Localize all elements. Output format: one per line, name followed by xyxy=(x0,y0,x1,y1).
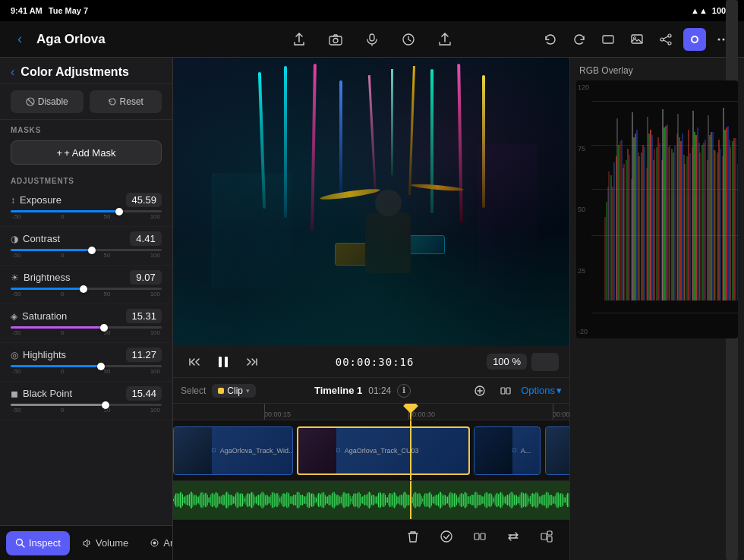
add-mask-button[interactable]: + + Add Mask xyxy=(11,140,162,165)
video-clip-2[interactable]: □ AgaOrlova_Track_CU03 xyxy=(297,426,470,475)
swap-button[interactable] xyxy=(503,526,524,547)
svg-rect-256 xyxy=(429,492,430,508)
highlights-slider[interactable] xyxy=(11,365,162,367)
blackpoint-value[interactable]: 15.44 xyxy=(126,386,162,401)
video-clip-3[interactable]: □ A... xyxy=(474,426,541,475)
track-playhead xyxy=(410,420,411,480)
svg-rect-209 xyxy=(376,496,377,503)
active-tool-icon[interactable] xyxy=(683,28,706,51)
rewind-button[interactable] xyxy=(184,351,205,373)
zoom-level-display[interactable]: 100 % xyxy=(487,354,527,370)
volume-tab[interactable]: Volume xyxy=(73,531,137,555)
svg-rect-318 xyxy=(500,493,500,508)
saturation-value[interactable]: 15.31 xyxy=(126,309,162,323)
svg-rect-227 xyxy=(396,496,397,505)
contrast-slider[interactable] xyxy=(11,249,162,251)
redo-icon[interactable] xyxy=(568,28,591,51)
svg-rect-176 xyxy=(339,496,339,505)
trash-button[interactable] xyxy=(402,526,424,547)
ruler-mark-1: 00:00:15 xyxy=(264,411,291,418)
reset-button[interactable]: Reset xyxy=(90,90,162,113)
contrast-value[interactable]: 4.41 xyxy=(130,231,162,246)
timeline-options: Options ▾ xyxy=(469,380,562,401)
svg-rect-263 xyxy=(437,495,438,505)
svg-rect-305 xyxy=(484,493,485,506)
options-button[interactable]: Options ▾ xyxy=(521,385,562,396)
exposure-slider[interactable] xyxy=(11,210,162,212)
brightness-slider[interactable] xyxy=(11,288,162,290)
svg-rect-190 xyxy=(355,493,355,508)
main-layout: ‹ Color Adjustments Disable Reset MASKS … xyxy=(0,58,744,560)
timeline-tool2[interactable] xyxy=(495,380,516,401)
view-toggle-button[interactable] xyxy=(531,353,559,371)
photo-icon[interactable] xyxy=(626,28,648,51)
animate-tab-label: Animate xyxy=(163,537,173,549)
inspect-tab-label: Inspect xyxy=(29,537,61,549)
video-clip-1[interactable]: □ AgaOrlova_Track_Wid... xyxy=(173,426,293,475)
undo-icon[interactable] xyxy=(539,28,562,51)
export-icon[interactable] xyxy=(433,28,456,51)
mic-icon[interactable] xyxy=(361,28,383,51)
exposure-value[interactable]: 45.59 xyxy=(126,193,162,207)
svg-rect-359 xyxy=(546,492,547,508)
frame-button[interactable] xyxy=(536,526,557,547)
svg-rect-185 xyxy=(348,493,349,506)
brightness-value[interactable]: 9.07 xyxy=(130,270,162,285)
ruler-line-3 xyxy=(553,404,553,420)
svg-rect-157 xyxy=(317,495,317,505)
share2-icon[interactable] xyxy=(654,28,677,51)
svg-rect-384 xyxy=(547,531,552,535)
svg-rect-247 xyxy=(419,493,420,508)
svg-rect-255 xyxy=(428,493,429,507)
animate-tab[interactable]: Animate xyxy=(140,531,173,555)
saturation-slider[interactable] xyxy=(11,326,162,329)
aspect-ratio-icon[interactable] xyxy=(597,28,619,51)
split-button[interactable] xyxy=(469,526,490,547)
bottom-tabs: Inspect Volume Animate Multicam xyxy=(0,525,172,560)
panel-back-button[interactable]: ‹ xyxy=(11,65,14,79)
highlights-value[interactable]: 11.27 xyxy=(126,348,162,362)
clip-chevron: ▾ xyxy=(246,387,250,395)
blackpoint-adjustment: ◼ Black Point 15.44 -50050100 xyxy=(0,382,172,420)
playhead[interactable] xyxy=(410,404,411,420)
svg-rect-356 xyxy=(542,495,543,506)
blackpoint-slider[interactable] xyxy=(11,404,162,406)
svg-rect-72 xyxy=(221,496,222,504)
svg-rect-196 xyxy=(361,497,362,504)
camera-icon[interactable] xyxy=(324,28,347,51)
marker-icon[interactable] xyxy=(397,28,420,51)
reflection-overlay xyxy=(173,58,569,346)
share-icon[interactable] xyxy=(288,28,311,51)
svg-rect-268 xyxy=(443,496,443,505)
svg-rect-83 xyxy=(233,496,234,503)
play-pause-button[interactable] xyxy=(211,350,235,374)
svg-rect-253 xyxy=(426,493,427,508)
clip-badge[interactable]: Clip ▾ xyxy=(212,384,256,398)
svg-rect-183 xyxy=(346,494,347,506)
timeline-info: Timeline 1 01:24 ℹ xyxy=(314,384,411,398)
highlights-ticks: -50050100 xyxy=(11,368,162,375)
video-clip-4[interactable]: □ AgaOrlova_Track_WideO... xyxy=(545,426,569,475)
disable-button[interactable]: Disable xyxy=(11,90,84,113)
clip-1-icon: □ xyxy=(212,447,216,454)
clip-3-thumbnail xyxy=(474,427,512,474)
timeline-tool1[interactable] xyxy=(469,380,490,401)
svg-rect-64 xyxy=(212,493,213,508)
playback-bar: 00:00:30:16 100 % xyxy=(173,346,569,378)
forward-button[interactable] xyxy=(241,351,263,373)
back-button[interactable]: ‹ xyxy=(9,29,30,50)
svg-rect-232 xyxy=(402,496,402,505)
adjustments-section-label: ADJUSTMENTS xyxy=(0,171,172,188)
svg-rect-381 xyxy=(474,533,479,540)
svg-rect-71 xyxy=(219,496,220,503)
svg-rect-362 xyxy=(549,495,550,505)
svg-rect-189 xyxy=(353,494,354,507)
svg-rect-82 xyxy=(232,496,233,504)
svg-rect-293 xyxy=(471,495,471,505)
checkmark-button[interactable] xyxy=(436,526,457,547)
svg-rect-58 xyxy=(205,493,206,507)
svg-rect-334 xyxy=(517,496,518,504)
timeline-info-icon[interactable]: ℹ xyxy=(397,384,411,398)
svg-rect-197 xyxy=(362,496,363,504)
inspect-tab[interactable]: Inspect xyxy=(6,531,70,555)
